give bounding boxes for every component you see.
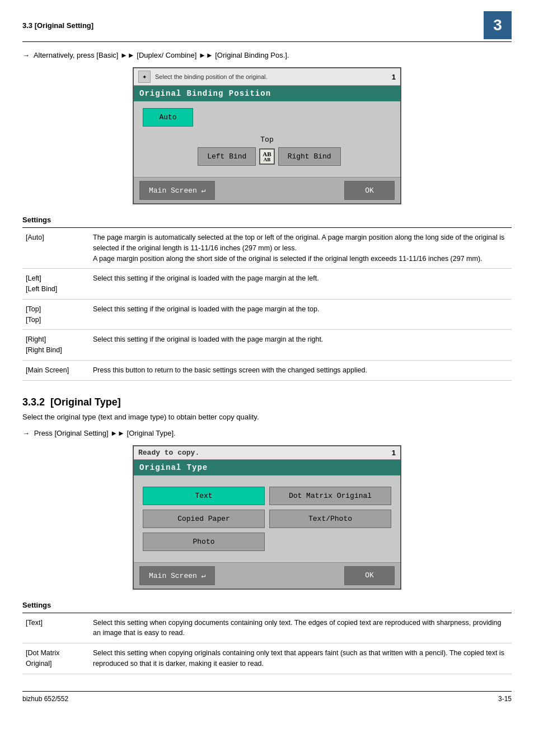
- screen1-bottom: Main Screen ↵ OK: [134, 177, 400, 203]
- copied-paper-button[interactable]: Copied Paper: [143, 510, 265, 528]
- screen1-number: 1: [392, 73, 396, 81]
- arrow-icon-1: →: [22, 51, 30, 59]
- table-row: [Top] [Top]Select this setting if the or…: [22, 299, 512, 330]
- screen2-title-text: Ready to copy.: [138, 449, 387, 457]
- top-label: Top: [259, 136, 274, 144]
- screen2-bottom: Main Screen ↵ OK: [134, 562, 400, 589]
- screen1-container: ✦ Select the binding position of the ori…: [133, 67, 401, 204]
- ab-icon: AB AB: [259, 148, 274, 165]
- screen2-body: Text Dot Matrix Original Copied Paper Te…: [134, 475, 400, 562]
- left-bind-button[interactable]: Left Bind: [198, 147, 256, 166]
- screen1-title-text: Select the binding position of the origi…: [155, 73, 387, 80]
- main-screen-button-1[interactable]: Main Screen ↵: [139, 181, 215, 200]
- text-photo-button[interactable]: Text/Photo: [269, 510, 391, 528]
- table-row: [Left] [Left Bind]Select this setting if…: [22, 269, 512, 300]
- setting-value: Select this setting when copying documen…: [90, 613, 512, 643]
- auto-button[interactable]: Auto: [143, 108, 193, 127]
- ok-button-2[interactable]: OK: [344, 566, 395, 585]
- photo-button[interactable]: Photo: [143, 533, 265, 551]
- text-button[interactable]: Text: [143, 487, 265, 505]
- section-label: 3.3 [Original Setting]: [22, 21, 93, 30]
- screen2-number: 1: [392, 449, 396, 457]
- right-bind-button[interactable]: Right Bind: [278, 147, 341, 166]
- table-row: [Right] [Right Bind]Select this setting …: [22, 330, 512, 361]
- subsection-desc-332: Select the original type (text and image…: [22, 413, 512, 421]
- main-screen-button-2[interactable]: Main Screen ↵: [139, 566, 215, 585]
- subsection-heading-332: 3.3.2 [Original Type]: [22, 396, 512, 408]
- setting-key: [Dot Matrix Original]: [22, 643, 90, 674]
- screen1-body: Auto Top Left Bind AB AB Right Bind: [134, 101, 400, 177]
- setting-key: [Auto]: [22, 228, 90, 269]
- left-btn-cell: Left Bind: [143, 147, 256, 166]
- settings-section-1: Settings [Auto]The page margin is automa…: [22, 216, 512, 381]
- settings-section-2: Settings [Text]Select this setting when …: [22, 601, 512, 674]
- instruction-2: → Press [Original Setting] ►► [Original …: [22, 429, 512, 437]
- screen1-title-bar: ✦ Select the binding position of the ori…: [134, 68, 400, 86]
- arrow-icon-2: →: [22, 429, 30, 437]
- auto-btn-row: Auto: [143, 108, 391, 127]
- page-header: 3.3 [Original Setting] 3: [22, 11, 512, 42]
- setting-value: Select this setting if the original is l…: [90, 330, 512, 361]
- setting-key: [Left] [Left Bind]: [22, 269, 90, 300]
- setting-value: Select this setting if the original is l…: [90, 299, 512, 330]
- screen2-heading: Original Type: [134, 460, 400, 475]
- setting-value: Select this setting when copying origina…: [90, 643, 512, 674]
- setting-value: Select this setting if the original is l…: [90, 269, 512, 300]
- instruction-2-text: Press [Original Setting] ►► [Original Ty…: [34, 429, 176, 437]
- page-footer: bizhub 652/552 3-15: [22, 691, 512, 703]
- orig-type-grid: Text Dot Matrix Original Copied Paper Te…: [143, 482, 391, 556]
- instruction-1-text: Alternatively, press [Basic] ►► [Duplex/…: [34, 51, 289, 59]
- instruction-1: → Alternatively, press [Basic] ►► [Duple…: [22, 51, 512, 59]
- dot-matrix-button[interactable]: Dot Matrix Original: [269, 487, 391, 505]
- setting-value: Press this button to return to the basic…: [90, 360, 512, 380]
- screen1-heading: Original Binding Position: [134, 86, 400, 101]
- setting-key: [Top] [Top]: [22, 299, 90, 330]
- right-btn-cell: Right Bind: [278, 147, 391, 166]
- screen2-title-bar: Ready to copy. 1: [134, 446, 400, 460]
- footer-right: 3-15: [498, 695, 512, 703]
- ab-icon-cell: AB AB: [259, 148, 274, 165]
- table-row: [Dot Matrix Original]Select this setting…: [22, 643, 512, 674]
- table-row: [Main Screen]Press this button to return…: [22, 360, 512, 380]
- setting-key: [Main Screen]: [22, 360, 90, 380]
- settings-table-2: [Text]Select this setting when copying d…: [22, 613, 512, 674]
- setting-value: The page margin is automatically selecte…: [90, 228, 512, 269]
- screen2-container: Ready to copy. 1 Original Type Text Dot …: [133, 445, 401, 590]
- binding-layout: Top Left Bind AB AB Right Bind: [143, 131, 391, 170]
- ok-button-1[interactable]: OK: [344, 181, 395, 200]
- settings-title-1: Settings: [22, 216, 512, 224]
- settings-title-2: Settings: [22, 601, 512, 609]
- footer-left: bizhub 652/552: [22, 695, 68, 703]
- table-row: [Text]Select this setting when copying d…: [22, 613, 512, 643]
- setting-key: [Text]: [22, 613, 90, 643]
- table-row: [Auto]The page margin is automatically s…: [22, 228, 512, 269]
- settings-table-1: [Auto]The page margin is automatically s…: [22, 227, 512, 381]
- chapter-badge: 3: [484, 11, 512, 39]
- setting-key: [Right] [Right Bind]: [22, 330, 90, 361]
- screen1-icon: ✦: [138, 71, 151, 83]
